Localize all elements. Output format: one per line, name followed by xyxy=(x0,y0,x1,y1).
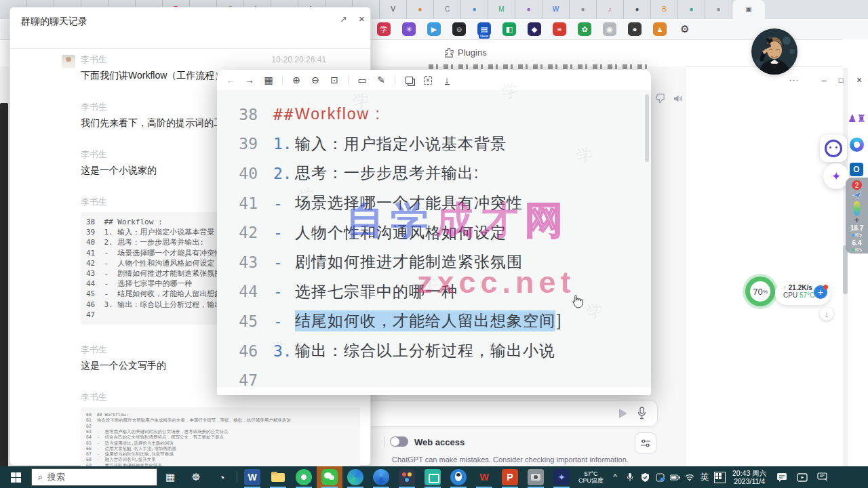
tray-wifi-icon[interactable] xyxy=(682,466,697,488)
bookmark-gear-icon[interactable]: ⚙ xyxy=(678,22,692,36)
tab[interactable]: ● xyxy=(705,0,732,19)
tray-security-icon[interactable] xyxy=(652,466,667,488)
bookmark-icon[interactable]: ☺ xyxy=(452,22,466,36)
speaker-icon[interactable] xyxy=(673,94,683,104)
clock-icon[interactable]: ◔ xyxy=(209,466,235,488)
zoom-in-icon[interactable]: ⊕ xyxy=(288,73,304,87)
taskbar-recorder[interactable] xyxy=(420,466,446,488)
minimize-button[interactable]: – xyxy=(815,73,833,87)
taskbar-green-app[interactable] xyxy=(291,466,317,488)
back-icon[interactable]: ← xyxy=(222,73,239,87)
tab[interactable]: ● xyxy=(570,0,597,19)
taskbar-word[interactable]: W xyxy=(239,466,265,488)
close-button[interactable]: × xyxy=(850,73,868,87)
actual-size-icon[interactable]: ⊡ xyxy=(326,73,342,87)
tray-shield-icon[interactable] xyxy=(637,466,652,488)
taskbar-wps[interactable]: W xyxy=(471,466,497,488)
tab[interactable]: V xyxy=(380,0,407,19)
notes-icon[interactable] xyxy=(812,466,833,488)
bookmark-icon[interactable]: ◆ xyxy=(528,22,541,36)
cpu-temp-tray[interactable]: 57°CCPU温度 xyxy=(578,470,604,484)
tray-battery-icon[interactable] xyxy=(667,466,682,488)
plugins-selector[interactable]: Plugins xyxy=(444,47,487,58)
bookmark-icon[interactable]: ▶ xyxy=(427,22,441,36)
tray-chevron[interactable]: ^ xyxy=(608,466,623,488)
crop-icon[interactable]: ▭ xyxy=(354,73,370,87)
taskbar-search-input[interactable]: ⌕ 搜索 xyxy=(31,468,157,486)
toolbar-separator[interactable] xyxy=(345,73,351,87)
edit-icon[interactable]: ✎ xyxy=(373,73,389,87)
taskbar-wechat[interactable] xyxy=(317,466,342,488)
scroll-down-button[interactable]: ↓ xyxy=(820,307,833,321)
start-button[interactable] xyxy=(0,466,31,488)
chat-input[interactable] xyxy=(341,400,658,427)
bookmark-icon[interactable]: ◉ xyxy=(603,22,616,36)
add-icon[interactable]: + xyxy=(854,217,860,224)
web-access-toggle[interactable] xyxy=(390,436,408,447)
tab-active[interactable]: ▣ xyxy=(732,0,765,19)
send-icon[interactable] xyxy=(619,409,627,418)
bookmark-icon[interactable]: ▲ xyxy=(653,22,667,36)
tab[interactable]: ♪ xyxy=(597,0,624,19)
toolbar-separator[interactable] xyxy=(279,73,285,87)
task-view-icon[interactable]: ▦ xyxy=(157,466,183,488)
taskbar-edge[interactable] xyxy=(342,466,368,488)
fit-icon[interactable]: × xyxy=(420,73,436,87)
toolbar-separator[interactable] xyxy=(392,73,398,87)
taskbar-capture[interactable] xyxy=(523,466,549,488)
monitor-side-panel[interactable]: 2 + 18.7 K/s 6.4 K/s xyxy=(846,178,868,253)
copy-icon[interactable] xyxy=(401,73,417,87)
assistant-button[interactable] xyxy=(820,135,847,162)
tab[interactable]: ● xyxy=(624,0,651,19)
bookmark-icon[interactable]: 学 xyxy=(377,22,391,36)
zoom-out-icon[interactable]: ⊖ xyxy=(307,73,323,87)
scrollbar-thumb[interactable] xyxy=(843,245,848,294)
copilot-icon[interactable] xyxy=(850,138,864,152)
notification-center-icon[interactable] xyxy=(772,466,792,488)
outlook-icon[interactable]: O xyxy=(850,163,863,176)
forward-icon[interactable]: ↗ xyxy=(340,14,347,24)
settings-sliders-button[interactable] xyxy=(635,432,656,454)
grid-view-icon[interactable]: ▦ xyxy=(260,73,277,87)
tab[interactable]: W xyxy=(542,0,570,19)
forward-icon[interactable]: → xyxy=(241,73,258,87)
clock[interactable]: 20:43 周六2023/11/4 xyxy=(732,469,766,485)
page-scrollbar[interactable] xyxy=(843,68,848,466)
tab[interactable]: C xyxy=(434,0,461,19)
tab[interactable]: ● xyxy=(515,0,542,19)
bookmark-icon[interactable]: ✳ xyxy=(402,22,416,36)
mic-icon[interactable] xyxy=(637,407,646,420)
app-icon xyxy=(321,469,338,485)
tab[interactable]: B xyxy=(651,0,678,19)
taskbar-powerpoint[interactable]: P xyxy=(497,466,523,488)
monitor-add-button[interactable]: + xyxy=(814,285,827,299)
tray-mic-icon[interactable] xyxy=(623,466,637,488)
tab[interactable]: ● xyxy=(407,0,434,19)
close-icon[interactable]: × xyxy=(359,13,365,24)
taskbar-dark-app[interactable]: ✦ xyxy=(549,466,574,488)
taskbar-blue-swirl[interactable] xyxy=(368,466,394,488)
bookmark-icon[interactable]: ◧ xyxy=(502,22,516,36)
ime-grid-icon[interactable] xyxy=(712,466,727,488)
pinwheel-icon[interactable]: ☸ xyxy=(183,466,209,488)
ime-language-indicator[interactable]: 英 xyxy=(697,466,712,488)
more-options-button[interactable]: ··· xyxy=(785,73,803,87)
bookmark-icon-new[interactable]: ▤ New xyxy=(477,22,491,36)
taskbar-qq[interactable] xyxy=(446,466,471,488)
cpu-usage-ring[interactable]: 70% xyxy=(745,277,775,306)
bookmark-icon[interactable]: ✿ xyxy=(578,22,591,36)
tab[interactable]: M xyxy=(488,0,515,19)
paper-plane-icon[interactable] xyxy=(852,191,862,199)
chess-extension-icon[interactable]: ♟♜ xyxy=(848,113,866,125)
bookmark-icon[interactable]: ● xyxy=(628,22,642,36)
thumbs-down-icon[interactable] xyxy=(655,94,665,104)
taskbar-explorer[interactable] xyxy=(265,466,291,488)
download-icon[interactable]: ↓ xyxy=(439,73,455,87)
tab[interactable]: ● xyxy=(461,0,488,19)
maximize-button[interactable]: □ xyxy=(832,73,850,87)
bookmark-icon[interactable]: ≡ xyxy=(553,22,566,36)
viewer-scrollbar[interactable] xyxy=(645,94,649,162)
video-overlay-icon[interactable] xyxy=(792,466,812,488)
tab[interactable]: ● xyxy=(678,0,705,19)
taskbar-colorful-app[interactable] xyxy=(394,466,420,488)
